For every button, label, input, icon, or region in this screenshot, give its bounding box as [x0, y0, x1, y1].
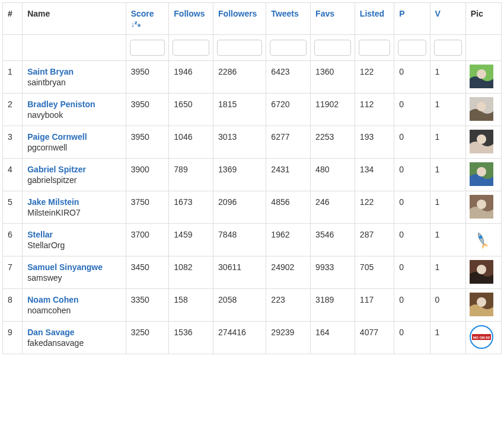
score-cell: 3250	[126, 322, 169, 354]
user-handle: pgcornwell	[27, 143, 120, 152]
avatar[interactable]	[470, 293, 493, 316]
filter-favs[interactable]	[314, 40, 351, 56]
filter-listed[interactable]	[359, 40, 390, 56]
filter-tweets[interactable]	[270, 40, 307, 56]
user-name-link[interactable]: Jake Milstein	[27, 197, 79, 207]
tweets-cell: 1962	[266, 224, 311, 256]
row-index: 9	[3, 322, 23, 354]
user-name-link[interactable]: Gabriel Spitzer	[27, 165, 86, 174]
p-cell: 0	[394, 126, 430, 159]
name-cell: Jake MilsteinMilsteinKIRO7	[23, 191, 126, 224]
tweets-cell: 6720	[266, 94, 311, 126]
user-name-link[interactable]: Stellar	[27, 230, 53, 239]
follows-cell: 1650	[169, 94, 213, 126]
name-cell: Saint Bryansaintbryan	[23, 61, 126, 94]
row-index: 1	[3, 61, 23, 94]
v-cell: 1	[430, 126, 465, 159]
col-header-v[interactable]: V	[430, 3, 465, 35]
col-header-listed[interactable]: Listed	[355, 3, 394, 35]
filter-score[interactable]	[130, 40, 165, 56]
user-handle: samswey	[27, 273, 120, 283]
v-cell: 0	[430, 289, 465, 322]
row-index: 5	[3, 191, 23, 224]
user-name-link[interactable]: Paige Cornwell	[27, 132, 87, 142]
user-name-link[interactable]: Noam Cohen	[27, 295, 78, 304]
p-cell: 0	[394, 224, 430, 256]
avatar[interactable]: NO ON 60	[470, 325, 493, 349]
user-handle: gabrielspitzer	[27, 175, 120, 185]
table-body: 1Saint Bryansaintbryan395019462286642313…	[3, 61, 502, 354]
favs-cell: 9933	[311, 256, 355, 289]
pic-cell	[465, 256, 501, 289]
v-cell: 1	[430, 61, 465, 94]
favs-cell: 1360	[311, 61, 355, 94]
score-cell: 3950	[126, 61, 169, 94]
col-header-pic[interactable]: Pic	[465, 3, 501, 35]
avatar[interactable]	[470, 97, 493, 121]
pic-cell	[465, 159, 501, 191]
col-header-name[interactable]: Name	[23, 3, 126, 35]
favs-cell: 246	[311, 191, 355, 224]
avatar[interactable]	[470, 162, 493, 186]
score-cell: 3900	[126, 159, 169, 191]
listed-cell: 193	[355, 126, 394, 159]
row-index: 8	[3, 289, 23, 322]
tweets-cell: 223	[266, 289, 311, 322]
col-header-favs[interactable]: Favs	[311, 3, 355, 35]
score-cell: 3950	[126, 94, 169, 126]
v-cell: 1	[430, 94, 465, 126]
score-cell: 3950	[126, 126, 169, 159]
col-header-followers[interactable]: Followers	[213, 3, 266, 35]
filter-row	[3, 35, 502, 61]
follows-cell: 158	[169, 289, 213, 322]
name-cell: Gabriel Spitzergabrielspitzer	[23, 159, 126, 191]
filter-followers[interactable]	[217, 40, 262, 56]
listed-cell: 117	[355, 289, 394, 322]
col-header-index[interactable]: #	[3, 3, 23, 35]
followers-cell: 3013	[213, 126, 266, 159]
pic-cell	[465, 126, 501, 159]
tweets-cell: 29239	[266, 322, 311, 354]
listed-cell: 112	[355, 94, 394, 126]
followers-cell: 2286	[213, 61, 266, 94]
avatar[interactable]	[470, 260, 493, 284]
col-header-score[interactable]: Score ↓ᶻₐ	[126, 3, 169, 35]
user-name-link[interactable]: Samuel Sinyangwe	[27, 262, 103, 272]
filter-follows[interactable]	[173, 40, 209, 56]
followers-cell: 30611	[213, 256, 266, 289]
avatar[interactable]	[470, 227, 493, 251]
pic-cell	[465, 94, 501, 126]
row-index: 3	[3, 126, 23, 159]
col-header-tweets[interactable]: Tweets	[266, 3, 311, 35]
filter-p[interactable]	[398, 40, 426, 56]
listed-cell: 287	[355, 224, 394, 256]
svg-point-3	[477, 102, 486, 111]
user-name-link[interactable]: Dan Savage	[27, 328, 74, 337]
v-cell: 1	[430, 191, 465, 224]
avatar[interactable]	[470, 195, 493, 219]
pic-cell	[465, 61, 501, 94]
followers-cell: 2058	[213, 289, 266, 322]
svg-point-7	[477, 167, 486, 177]
name-cell: Bradley Penistonnavybook	[23, 94, 126, 126]
pic-cell	[465, 224, 501, 256]
followers-cell: 2096	[213, 191, 266, 224]
name-cell: Dan Savagefakedansavage	[23, 322, 126, 354]
filter-v[interactable]	[434, 40, 462, 56]
p-cell: 0	[394, 94, 430, 126]
tweets-cell: 4856	[266, 191, 311, 224]
avatar[interactable]	[470, 65, 493, 88]
user-name-link[interactable]: Bradley Peniston	[27, 100, 95, 109]
col-header-p[interactable]: P	[394, 3, 430, 35]
svg-point-5	[477, 134, 486, 144]
followers-cell: 1815	[213, 94, 266, 126]
user-name-link[interactable]: Saint Bryan	[27, 67, 74, 76]
table-row: 6StellarStellarOrg3700145978481962354628…	[3, 224, 502, 256]
favs-cell: 2253	[311, 126, 355, 159]
col-header-follows[interactable]: Follows	[169, 3, 213, 35]
table-row: 4Gabriel Spitzergabrielspitzer3900789136…	[3, 159, 502, 191]
table-row: 7Samuel Sinyangwesamswey3450108230611249…	[3, 256, 502, 289]
p-cell: 0	[394, 289, 430, 322]
favs-cell: 3189	[311, 289, 355, 322]
avatar[interactable]	[470, 130, 493, 153]
